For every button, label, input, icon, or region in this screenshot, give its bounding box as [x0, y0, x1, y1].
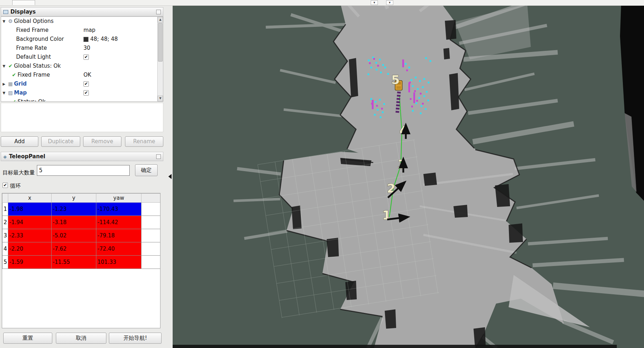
map-enabled-checkbox[interactable]: ✔ [83, 90, 89, 96]
displays-panel-titlebar[interactable]: Displays [1, 7, 163, 16]
cancel-button[interactable]: 取消 [56, 333, 106, 344]
loop-label: 循环 [10, 183, 21, 189]
tree-label: Global Status: Ok [14, 63, 61, 69]
loop-checkbox[interactable]: ✔ [3, 183, 8, 188]
scroll-up-icon[interactable]: ▲ [158, 17, 163, 23]
table-row[interactable]: 3 -2.33 -5.02 -79.18 [3, 229, 160, 242]
cell-x[interactable]: -1.94 [8, 216, 52, 229]
add-button[interactable]: Add [1, 136, 38, 147]
status-ok-icon: ✔ [10, 71, 18, 79]
row-index: 4 [3, 242, 8, 256]
header-x[interactable]: x [8, 194, 52, 203]
scrollbar-thumb[interactable] [158, 23, 163, 62]
scroll-down-icon[interactable]: ▼ [158, 96, 163, 101]
display-panel-icon [3, 10, 8, 14]
top-toolbar: ▾ ▾ [0, 0, 644, 6]
toolbar-dropdown[interactable]: ▾ [371, 0, 378, 5]
float-button[interactable] [156, 10, 161, 14]
teleop-panel-icon: ◈ [3, 154, 7, 159]
confirm-button[interactable]: 确定 [135, 164, 158, 176]
toolbar-tab[interactable] [12, 0, 35, 5]
tree-label: Grid [14, 81, 27, 87]
frame-rate-value[interactable]: 30 [83, 44, 90, 53]
teleop-panel-title: TeleopPanel [9, 153, 154, 160]
expander-icon[interactable]: ▶ [1, 79, 7, 88]
rename-button[interactable]: Rename [125, 136, 163, 147]
displays-panel-title: Displays [10, 9, 154, 15]
teleop-panel-titlebar[interactable]: ◈ TeleopPanel [1, 152, 163, 161]
start-navigation-button[interactable]: 开始导航! [109, 333, 162, 344]
default-light-checkbox[interactable]: ✔ [83, 54, 89, 60]
chevron-down-icon: ▾ [389, 1, 391, 4]
table-row[interactable]: 1 -1.98 -1.23 -170.43 [3, 203, 160, 216]
tree-row-fixed-frame[interactable]: Fixed Frame map [1, 26, 163, 35]
expander-icon[interactable]: ▼ [1, 88, 7, 97]
cell-x[interactable]: -2.33 [8, 229, 52, 242]
row-index: 3 [3, 229, 8, 242]
goal-count-input[interactable] [37, 165, 130, 176]
cell-y[interactable]: -7.62 [52, 242, 96, 256]
waypoint-label-3: 3 [398, 157, 406, 171]
cell-x[interactable]: -1.98 [8, 203, 52, 216]
splitter-collapse-icon[interactable] [168, 174, 172, 179]
row-index: 5 [3, 256, 8, 269]
header-yaw[interactable]: yaw [96, 194, 141, 203]
row-index: 1 [3, 203, 8, 216]
tree-row-frame-rate[interactable]: Frame Rate 30 [1, 44, 163, 53]
cell-yaw[interactable]: -72.40 [96, 242, 141, 256]
chevron-down-icon: ▾ [374, 1, 375, 4]
cell-x[interactable]: -1.59 [8, 256, 52, 269]
status-ok-icon: ✔ [7, 62, 14, 71]
tree-label: Background Color [16, 36, 64, 42]
header-filler [141, 194, 160, 203]
cell-y[interactable]: -1.23 [52, 203, 96, 216]
cell-yaw[interactable]: 101.33 [96, 256, 141, 269]
tree-row-global-options[interactable]: ▼⚙Global Options [1, 17, 163, 26]
toolbar-dropdown[interactable]: ▾ [386, 0, 393, 5]
map-viewport[interactable]: 1 2 3 4 5 [173, 6, 644, 348]
cell-yaw[interactable]: -79.18 [96, 229, 141, 242]
tree-row-grid[interactable]: ▶▦Grid ✔ [1, 79, 163, 88]
duplicate-button[interactable]: Duplicate [41, 136, 80, 147]
tree-label: Fixed Frame [18, 72, 50, 78]
tree-row-global-status[interactable]: ▼✔Global Status: Ok [1, 62, 163, 71]
property-help-area [1, 103, 163, 132]
tree-label: Global Options [14, 18, 54, 24]
color-swatch[interactable] [83, 37, 88, 42]
cell-yaw[interactable]: -114.42 [96, 216, 141, 229]
status-ok-icon: ✔ [10, 97, 18, 102]
expander-icon[interactable]: ▼ [1, 62, 7, 71]
tree-row-fixed-frame-status[interactable]: ✔Fixed Frame OK [1, 71, 163, 79]
tree-row-default-light[interactable]: Default Light ✔ [1, 53, 163, 62]
expander-icon[interactable]: ▼ [1, 17, 7, 26]
side-panel: Displays ▼⚙Global Options Fixed Frame ma… [0, 6, 173, 348]
grid-enabled-checkbox[interactable]: ✔ [83, 81, 89, 87]
tree-row-map-status[interactable]: ✔Status: Ok [1, 97, 163, 102]
displays-tree: ▼⚙Global Options Fixed Frame map Backgro… [1, 16, 163, 102]
cell-y[interactable]: -3.18 [52, 216, 96, 229]
float-button[interactable] [156, 154, 161, 159]
row-index: 2 [3, 216, 8, 229]
tree-label: Fixed Frame [16, 27, 48, 33]
map-display-icon: ▨ [7, 88, 14, 97]
cell-x[interactable]: -2.20 [8, 242, 52, 256]
cell-y[interactable]: -5.02 [52, 229, 96, 242]
header-index [3, 194, 8, 203]
tree-row-map[interactable]: ▼▨Map ✔ [1, 88, 163, 97]
reset-button[interactable]: 重置 [3, 333, 52, 344]
fixed-frame-value[interactable]: map [83, 26, 95, 35]
tree-scrollbar[interactable]: ▲ ▼ [157, 17, 163, 101]
table-row[interactable]: 2 -1.94 -3.18 -114.42 [3, 216, 160, 229]
goal-count-label: 目标最大数量 [3, 169, 35, 176]
header-y[interactable]: y [52, 194, 96, 203]
table-row[interactable]: 4 -2.20 -7.62 -72.40 [3, 242, 160, 256]
remove-button[interactable]: Remove [83, 136, 121, 147]
tree-row-background-color[interactable]: Background Color 48; 48; 48 [1, 35, 163, 44]
table-row[interactable]: 5 -1.59 -11.55 101.33 [3, 256, 160, 269]
map-3d-view: 1 2 3 4 5 [173, 6, 644, 348]
fixed-frame-status-value: OK [83, 71, 91, 79]
cell-y[interactable]: -11.55 [52, 256, 96, 269]
waypoint-label-5: 5 [391, 73, 400, 87]
cell-yaw[interactable]: -170.43 [96, 203, 141, 216]
background-color-value[interactable]: 48; 48; 48 [90, 35, 118, 44]
